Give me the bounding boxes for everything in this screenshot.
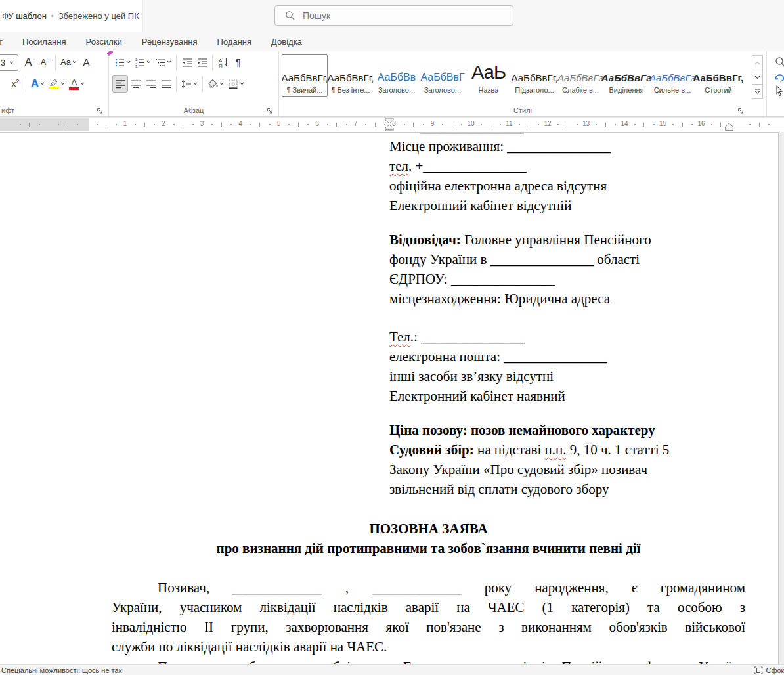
ruler-tick [29, 123, 30, 127]
ruler-number: 9 [427, 120, 438, 127]
ruler-tick [423, 124, 424, 125]
accessibility-status[interactable]: Спеціальні можливості: щось не так [1, 666, 121, 674]
spellcheck-flagged-text: Тел [389, 329, 410, 345]
styles-scroll-down-button[interactable] [752, 70, 763, 85]
document-page[interactable]: _______________Місце проживання: _______… [0, 132, 779, 664]
word-window: ФУ шаблон • Збережено у цей ПК Пошук тПо… [0, 0, 784, 675]
font-size-combobox[interactable]: 3 [0, 54, 18, 71]
paragraph-gap [112, 406, 745, 420]
divider [26, 76, 26, 92]
ruler-tick [346, 124, 347, 125]
ruler-tick [452, 123, 452, 127]
status-bar: Спеціальні можливості: щось не так Сфоку [0, 664, 784, 675]
ribbon-tab[interactable]: т [0, 37, 12, 47]
justify-button[interactable] [158, 75, 173, 93]
ruler-tick [375, 123, 376, 127]
styles-scroll-up-button[interactable] [752, 55, 763, 70]
replace-icon[interactable] [773, 72, 784, 82]
doc-text-segment: Позивач перебуває на обліку в Головному … [158, 659, 745, 664]
multilevel-list-button[interactable] [153, 53, 173, 71]
sort-button[interactable]: АЯ [215, 53, 230, 71]
doc-line: України, учасником ліквідації наслідків … [112, 598, 745, 617]
vertical-scrollbar[interactable] [779, 132, 784, 664]
first-line-indent-marker[interactable] [384, 118, 395, 131]
chevron-down-icon [72, 60, 77, 64]
caret-up-icon: ˆ [33, 59, 35, 65]
ruler-number: 10 [466, 120, 476, 127]
doc-text-segment: ЄДРПОУ: _______________ [389, 271, 555, 287]
increase-indent-button[interactable] [194, 53, 209, 71]
paragraph-dialog-launcher-icon[interactable] [267, 108, 273, 114]
style-card-emphasis[interactable]: АаБбВвГгВиділення [603, 54, 649, 97]
numbered-list-button[interactable]: 123 [133, 53, 153, 71]
doc-text-segment: _______________ [420, 132, 524, 135]
shading-button[interactable] [206, 75, 226, 93]
line-spacing-button[interactable] [179, 75, 200, 93]
style-name: Заголово... [378, 86, 415, 94]
doc-line: _______________ [420, 132, 745, 137]
change-case-button[interactable]: Аа [58, 53, 79, 71]
ruler-tick [615, 124, 616, 125]
ribbon-tab[interactable]: Розсилки [76, 37, 132, 47]
style-card-no-spacing[interactable]: АаБбВвГг,¶ Без інте... [328, 54, 374, 97]
align-left-button[interactable] [112, 75, 128, 93]
ruler-tick [327, 124, 328, 125]
doc-line: Судовий збір: на підставі п.п. 9, 10 ч. … [389, 440, 745, 460]
font-dialog-launcher-icon[interactable] [97, 108, 103, 114]
ruler-tick [672, 124, 674, 125]
doc-line: Місце проживання: _______________ [389, 137, 745, 156]
superscript-button[interactable]: х2 [8, 75, 23, 93]
right-indent-marker[interactable] [724, 123, 734, 131]
grow-font-button[interactable]: Аˆ [22, 53, 37, 71]
search-input[interactable]: Пошук [274, 5, 513, 26]
highlight-color-button[interactable] [47, 75, 67, 93]
style-card-intense-emphasis[interactable]: АаБбВвГгСильне в... [649, 54, 695, 97]
style-name: Слабке в... [562, 86, 599, 94]
bullet-list-button[interactable] [112, 53, 133, 71]
ruler-tick [135, 124, 136, 125]
shrink-font-button[interactable]: Аˇ [37, 53, 53, 71]
align-center-button[interactable] [128, 75, 143, 93]
editing-group [767, 51, 784, 116]
doc-text-segment: Місце проживання: _______________ [389, 139, 611, 154]
ruler-tick [605, 123, 606, 127]
style-card-h1[interactable]: АаБбВвЗаголово... [374, 54, 420, 97]
select-cursor-icon[interactable] [773, 85, 784, 97]
styles-dialog-launcher-icon[interactable] [737, 108, 744, 114]
show-paragraph-marks-button[interactable]: ¶ [230, 53, 246, 71]
style-name: Заголово... [424, 86, 461, 94]
ribbon-tab[interactable]: Рецензування [132, 37, 207, 47]
style-card-h2[interactable]: АаБбВвГЗаголово... [420, 54, 466, 97]
styles-more-button[interactable] [752, 84, 763, 99]
doc-text-segment: на підставі [474, 442, 545, 458]
doc-line: служби по ліквідації наслідків аварії на… [112, 637, 745, 657]
focus-mode-button[interactable]: Сфоку [754, 666, 784, 674]
clear-formatting-button[interactable]: А [79, 53, 94, 71]
horizontal-ruler[interactable]: 12345678910111213141516 [0, 117, 784, 131]
borders-button[interactable] [226, 75, 246, 93]
ribbon-tab[interactable]: Подання [207, 37, 262, 47]
style-card-normal[interactable]: АаБбВвГг,¶ Звичай... [282, 54, 328, 97]
find-icon[interactable] [773, 56, 784, 68]
document-title-area[interactable]: ФУ шаблон • Збережено у цей ПК [0, 0, 143, 32]
font-color-button[interactable]: А [67, 75, 87, 93]
style-card-strong[interactable]: АаБбВвГг,Строгий [695, 54, 741, 97]
decrease-indent-button[interactable] [179, 53, 194, 71]
align-right-button[interactable] [143, 75, 158, 93]
style-sample: АаБбВвГг [601, 57, 651, 83]
ribbon-tab[interactable]: Довідка [261, 37, 312, 47]
ruler-tick [404, 124, 405, 125]
style-card-title[interactable]: АаЬНазва [466, 54, 512, 97]
text-effects-button[interactable]: А [29, 75, 47, 93]
doc-text: _______________Місце проживання: _______… [112, 132, 745, 664]
ruler-tick [500, 124, 501, 125]
ruler-tick [221, 123, 222, 127]
ribbon-tab[interactable]: Посилання [12, 37, 76, 47]
ruler-number: 5 [274, 120, 284, 127]
style-card-subtitle[interactable]: АаБбВвГг,Підзаголо... [512, 54, 557, 97]
style-card-subtle-emphasis[interactable]: АаБбВвГгСлабке в... [557, 54, 603, 97]
increase-indent-icon [197, 57, 207, 68]
chevron-down-icon [240, 82, 244, 85]
doc-line: Тел.: _______________ [389, 327, 745, 347]
title-separator: • [51, 12, 54, 20]
